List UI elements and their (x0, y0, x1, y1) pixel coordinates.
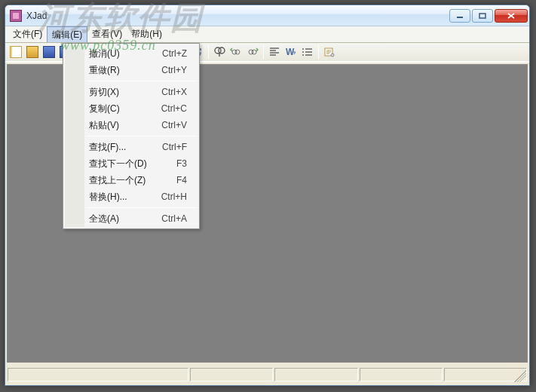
menu-separator (87, 207, 196, 208)
menu-item-shortcut: Ctrl+F (162, 142, 187, 152)
svg-rect-0 (457, 17, 463, 18)
wrap-icon: W (285, 46, 297, 58)
maximize-button[interactable] (472, 9, 493, 23)
open-icon (26, 46, 38, 58)
svg-rect-1 (479, 14, 485, 18)
titlebar[interactable]: XJad (5, 5, 529, 26)
menu-item-shortcut: Ctrl+H (161, 191, 187, 202)
menu-edit-label: 编辑(E) (52, 29, 82, 41)
find-icon (213, 46, 225, 58)
menu-item-shortcut: Ctrl+X (161, 87, 187, 97)
window-buttons (449, 9, 528, 23)
menu-file[interactable]: 文件(F) (8, 26, 47, 42)
status-cell (8, 368, 188, 381)
window-title: XJad (26, 11, 449, 21)
toolbar-sep (263, 45, 264, 59)
tool-save[interactable] (41, 44, 57, 60)
align-left-icon (268, 46, 280, 58)
menu-help[interactable]: 帮助(H) (127, 26, 167, 42)
app-icon (10, 10, 22, 22)
menu-item-label: 撤消(U) (89, 47, 120, 60)
tool-settings[interactable] (322, 44, 337, 60)
menu-item-label: 复制(C) (89, 103, 120, 115)
resize-grip[interactable] (514, 370, 526, 382)
menu-item-label: 查找上一个(Z) (89, 174, 145, 187)
menu-find-prev[interactable]: 查找上一个(Z) F4 (65, 172, 198, 188)
menubar: 文件(F) 编辑(E) 查看(V) 帮助(H) (5, 26, 529, 43)
menu-item-shortcut: F3 (176, 158, 187, 169)
menu-view[interactable]: 查看(V) (87, 26, 127, 42)
menu-undo[interactable]: 撤消(U) Ctrl+Z (65, 45, 198, 62)
menu-file-label: 文件(F) (13, 28, 42, 41)
toolbar-sep (318, 45, 319, 59)
tool-list[interactable] (300, 44, 315, 60)
menu-item-label: 剪切(X) (89, 86, 119, 99)
menu-select-all[interactable]: 全选(A) Ctrl+A (65, 210, 198, 227)
svg-point-17 (235, 50, 240, 54)
menu-paste[interactable]: 粘贴(V) Ctrl+V (65, 117, 198, 133)
statusbar (7, 366, 528, 384)
menu-item-label: 查找下一个(D) (89, 158, 147, 170)
menu-find[interactable]: 查找(F)... Ctrl+F (65, 139, 198, 155)
svg-point-22 (302, 51, 304, 53)
menu-item-shortcut: Ctrl+C (161, 103, 187, 114)
menu-item-label: 重做(R) (89, 64, 120, 77)
menu-item-label: 替换(H)... (89, 191, 127, 204)
tool-find-prev[interactable] (228, 44, 243, 60)
app-window: XJad 文件(F) 编辑(E) 查看(V) 帮助(H) (5, 5, 530, 386)
menu-item-shortcut: Ctrl+Y (161, 65, 187, 75)
find-next-icon (247, 46, 259, 58)
edit-dropdown: 撤消(U) Ctrl+Z 重做(R) Ctrl+Y 剪切(X) Ctrl+X 复… (63, 43, 200, 229)
svg-point-19 (252, 50, 256, 54)
menu-separator (87, 81, 196, 81)
menu-separator (87, 136, 196, 136)
svg-point-25 (331, 54, 334, 57)
status-cell (274, 368, 357, 381)
menu-item-label: 全选(A) (89, 213, 119, 225)
tool-align[interactable] (267, 44, 282, 60)
status-cell (190, 368, 273, 381)
settings-icon (323, 46, 335, 58)
menu-item-label: 查找(F)... (89, 141, 126, 154)
find-prev-icon (230, 46, 242, 58)
menu-replace[interactable]: 替换(H)... Ctrl+H (65, 188, 198, 205)
close-button[interactable] (495, 9, 528, 23)
menu-view-label: 查看(V) (92, 28, 122, 41)
new-icon (10, 46, 22, 58)
svg-point-23 (302, 54, 304, 56)
tool-find-next[interactable] (245, 44, 260, 60)
menu-item-label: 粘贴(V) (89, 119, 119, 132)
menu-cut[interactable]: 剪切(X) Ctrl+X (65, 84, 198, 100)
menu-item-shortcut: F4 (176, 175, 187, 185)
toolbar-sep (208, 45, 209, 59)
tool-new[interactable] (8, 44, 23, 60)
svg-point-21 (302, 48, 304, 50)
menu-find-next[interactable]: 查找下一个(D) F3 (65, 155, 198, 172)
status-cell (360, 368, 443, 381)
menu-edit[interactable]: 编辑(E) (47, 26, 87, 42)
menu-item-shortcut: Ctrl+Z (162, 48, 187, 59)
svg-point-15 (219, 47, 225, 54)
menu-item-shortcut: Ctrl+V (161, 120, 187, 130)
list-icon (302, 46, 314, 58)
menu-item-shortcut: Ctrl+A (161, 213, 187, 224)
tool-find[interactable] (212, 44, 227, 60)
tool-wrap[interactable]: W (283, 44, 299, 60)
menu-copy[interactable]: 复制(C) Ctrl+C (65, 100, 198, 117)
tool-open[interactable] (25, 44, 40, 60)
minimize-button[interactable] (449, 9, 470, 23)
save-icon (43, 46, 55, 58)
menu-help-label: 帮助(H) (131, 28, 162, 41)
menu-redo[interactable]: 重做(R) Ctrl+Y (65, 62, 198, 78)
